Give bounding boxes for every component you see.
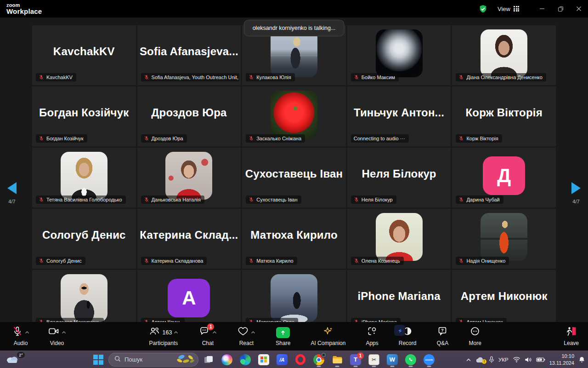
zoom-app-icon[interactable]: zoom xyxy=(421,352,437,368)
mic-muted-icon xyxy=(354,75,359,80)
participant-tile[interactable]: Дроздов ЮраДроздов Юра xyxy=(137,86,241,146)
participant-tile[interactable]: Сологуб ДенисСологуб Денис xyxy=(32,209,136,269)
weather-widget[interactable]: 2° xyxy=(6,353,24,366)
start-button[interactable] xyxy=(90,352,107,368)
edge-icon[interactable] xyxy=(237,352,254,368)
task-view-button[interactable] xyxy=(200,352,217,368)
file-explorer-icon[interactable] xyxy=(329,352,345,368)
participant-tile[interactable]: Матюха КирилоМатюха Кирило xyxy=(242,209,346,269)
participant-display-name: Матюха Кирило xyxy=(250,229,338,241)
participant-tile[interactable]: Владислав Максимець xyxy=(32,270,136,322)
video-label: Video xyxy=(50,340,64,346)
view-label: View xyxy=(498,6,510,12)
page-indicator: 4/7 xyxy=(567,199,585,204)
tray-chevron-icon[interactable] xyxy=(466,358,471,362)
participant-tile[interactable]: Надія Онищенко xyxy=(452,209,556,269)
participant-tile[interactable]: Бойко Максим xyxy=(347,25,451,85)
participant-tile[interactable]: Артем НиконюкАртем Никонюк xyxy=(452,270,556,322)
microsoft-store-icon[interactable] xyxy=(255,352,272,368)
audio-button[interactable]: Audio xyxy=(12,322,29,351)
whatsapp-icon[interactable] xyxy=(402,352,419,368)
more-button[interactable]: More xyxy=(469,322,481,351)
react-caret[interactable] xyxy=(251,331,255,334)
participant-photo-avatar xyxy=(376,213,423,261)
ai-companion-button[interactable]: AI Companion xyxy=(311,322,345,351)
participant-name-label: Корж Вікторія xyxy=(456,134,502,143)
teams-icon[interactable]: T 1 xyxy=(347,352,364,368)
participant-tile[interactable]: Даньковська Наталія xyxy=(137,148,241,207)
word-icon[interactable]: W xyxy=(384,352,401,368)
participant-tile[interactable]: Sofia Afanasjeva...Sofia Afanasjeva, You… xyxy=(137,25,241,85)
participant-tile[interactable]: ДДарина Чубай xyxy=(452,148,556,207)
tray-mic-icon[interactable] xyxy=(489,356,494,363)
leave-button[interactable]: Leave xyxy=(564,326,579,346)
react-button[interactable]: React xyxy=(237,322,255,351)
chat-button[interactable]: 1 Chat xyxy=(198,322,217,351)
prev-arrow-icon xyxy=(7,182,17,194)
opera-icon[interactable] xyxy=(292,352,309,368)
apps-button[interactable]: Apps xyxy=(366,322,378,351)
battery-icon[interactable] xyxy=(536,357,545,362)
participant-tile[interactable]: Катерина Склад...Катерина Складанова xyxy=(137,209,241,269)
participant-display-name: iPhone Mariana xyxy=(358,290,441,302)
participant-tile[interactable]: Тиньчук Антон...Connecting to audio ··· xyxy=(347,86,451,146)
wifi-icon[interactable] xyxy=(513,356,520,362)
participant-tile[interactable]: Корж ВікторіяКорж Вікторія xyxy=(452,86,556,146)
participant-tile[interactable]: Маргарита Огла xyxy=(242,270,346,322)
word-letter: W xyxy=(387,354,398,365)
restore-button[interactable] xyxy=(551,0,570,17)
notifications-bell-icon[interactable] xyxy=(578,356,585,363)
blue-app-letters: /А xyxy=(277,354,288,365)
taskbar-search[interactable]: Пошук xyxy=(108,353,198,367)
meeting-toolbar: Audio Video 163 xyxy=(0,322,588,351)
onedrive-icon[interactable]: ! xyxy=(475,356,485,363)
tray-clock[interactable]: 10:10 13.11.2024 xyxy=(549,353,574,366)
participant-tile[interactable]: Заскалько Сніжана xyxy=(242,86,346,146)
copilot-icon[interactable] xyxy=(219,352,235,368)
window-titlebar: zoom Workplace View xyxy=(0,0,588,17)
chat-icon: 1 xyxy=(198,326,210,338)
participant-tile[interactable]: Олена Козинець xyxy=(347,209,451,269)
audio-options-caret[interactable] xyxy=(25,331,29,334)
participant-display-name: Катерина Склад... xyxy=(140,229,238,241)
share-button[interactable]: Share xyxy=(276,322,290,351)
mic-muted-icon xyxy=(458,197,464,202)
mic-muted-icon xyxy=(354,258,359,264)
participant-label-text: Олена Козинець xyxy=(362,258,400,264)
prev-page-button[interactable]: 4/7 xyxy=(3,182,21,204)
next-page-button[interactable]: 4/7 xyxy=(567,182,585,204)
screenshot-tool-icon[interactable]: ✂ xyxy=(366,352,382,368)
minimize-button[interactable] xyxy=(533,0,551,17)
participant-tile[interactable]: Сухоставець ІванСухоставець Іван xyxy=(242,148,346,207)
participant-tile[interactable]: Богдан КозійчукБогдан Козійчук xyxy=(32,86,136,146)
record-button[interactable]: Record xyxy=(399,322,417,351)
close-button[interactable] xyxy=(570,0,588,17)
participant-photo-avatar xyxy=(271,29,317,77)
windows-taskbar: 2° Пошук /А xyxy=(0,351,588,368)
participant-tile[interactable]: KavchakKVKavchakKV xyxy=(32,25,136,85)
chrome-icon[interactable] xyxy=(311,352,327,368)
language-indicator[interactable]: УКР xyxy=(498,357,509,362)
chat-caret[interactable] xyxy=(212,331,217,334)
qa-button[interactable]: ? Q&A xyxy=(436,322,448,351)
participant-tile[interactable]: Діана Олександрівна Денисенко xyxy=(452,25,556,85)
video-button[interactable]: Video xyxy=(48,322,66,351)
participants-count: 163 xyxy=(162,329,172,336)
blue-app-icon[interactable]: /А xyxy=(274,352,290,368)
mic-muted-icon xyxy=(39,258,44,264)
participant-tile[interactable]: ААртем Круць xyxy=(137,270,241,322)
mic-muted-icon xyxy=(39,75,44,80)
share-screen-icon xyxy=(276,327,290,338)
participants-button[interactable]: 163 Participants xyxy=(148,322,178,351)
meeting-gallery: oleksandr korniyenko is talking... Kavch… xyxy=(0,17,588,322)
participant-tile[interactable]: Неля БілокурНеля Білокур xyxy=(347,148,451,207)
participants-caret[interactable] xyxy=(174,331,178,334)
mic-muted-icon xyxy=(144,75,149,80)
participant-tile[interactable]: iPhone MarianaiPhone Mariana xyxy=(347,270,451,322)
speaker-icon[interactable] xyxy=(525,356,532,363)
view-button[interactable]: View xyxy=(498,6,519,12)
video-options-caret[interactable] xyxy=(62,331,66,334)
participant-label-text: Тетяна Василівна Голобородько xyxy=(46,197,122,202)
search-seasonal-art xyxy=(176,353,195,366)
participant-tile[interactable]: Тетяна Василівна Голобородько xyxy=(32,148,136,207)
